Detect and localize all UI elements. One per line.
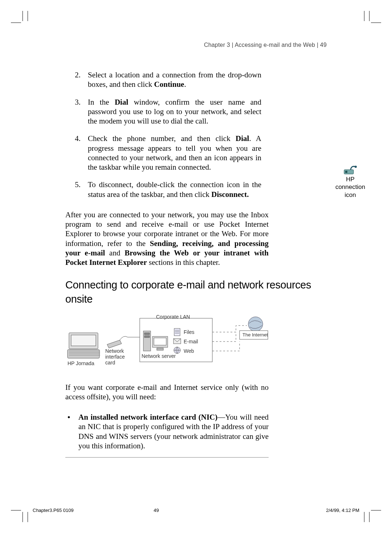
crop-mark-tr-inner: [367, 11, 381, 25]
page-footer: Chapter3.P65 0109 49 2/4/99, 4:12 PM: [33, 508, 359, 513]
footer-filename: Chapter3.P65 0109: [33, 508, 74, 513]
page-content: Chapter 3 | Accessing e-mail and the Web…: [65, 42, 327, 458]
bullet-dot: •: [65, 412, 78, 451]
bullet-text: An installed network interface card (NIC…: [78, 412, 269, 451]
network-diagram: Corporate LAN Files E-mail Web Network s…: [65, 315, 269, 375]
section-rule: [65, 457, 269, 458]
email-icon: [173, 339, 181, 344]
footer-page-number: 49: [154, 508, 159, 513]
step-number: 4.: [65, 134, 88, 172]
connection-icon: [343, 165, 357, 175]
diagram-label-email: E-mail: [184, 339, 198, 344]
diagram-label-lan: Corporate LAN: [156, 314, 190, 320]
step-text: To disconnect, double-click the connecti…: [88, 180, 261, 199]
svg-rect-15: [174, 328, 180, 336]
files-icon: [174, 328, 180, 336]
step-number: 2.: [65, 70, 88, 89]
crop-mark-bl-inner: [11, 508, 25, 522]
body-paragraph-1: After you are connected to your network,…: [65, 210, 269, 267]
crop-mark-tl-inner: [11, 11, 25, 25]
svg-rect-25: [345, 171, 347, 173]
step-text: Check the phone number, and then click D…: [88, 134, 261, 172]
diagram-label-files: Files: [184, 329, 195, 335]
svg-rect-10: [144, 333, 150, 335]
step-5: 5. To disconnect, double-click the conne…: [65, 180, 261, 199]
step-text: Select a location and a connection from …: [88, 70, 261, 89]
diagram-label-server: Network server: [142, 353, 176, 359]
globe-icon: [248, 317, 263, 331]
body-paragraph-2: If you want corporate e-mail and Interne…: [65, 383, 269, 402]
numbered-steps: 2. Select a location and a connection fr…: [65, 70, 261, 199]
server-icon: [143, 331, 168, 351]
step-number: 3.: [65, 97, 88, 126]
svg-rect-13: [154, 338, 166, 345]
diagram-label-web: Web: [184, 348, 194, 354]
bullet-nic: • An installed network interface card (N…: [65, 412, 269, 451]
svg-point-22: [248, 317, 263, 331]
step-4: 4. Check the phone number, and then clic…: [65, 134, 261, 172]
hp-jornada-icon: [68, 333, 100, 358]
side-icon-label: HP connection icon: [335, 176, 365, 198]
step-number: 5.: [65, 180, 88, 199]
section-heading: Connecting to corporate e-mail and netwo…: [65, 278, 327, 306]
running-head: Chapter 3 | Accessing e-mail and the Web…: [65, 42, 327, 48]
diagram-label-nic: Network interface card: [105, 348, 125, 366]
step-text: In the Dial window, confirm the user nam…: [88, 97, 261, 126]
svg-rect-1: [71, 335, 96, 346]
crop-mark-br-inner: [367, 508, 381, 522]
diagram-label-internet: The Internet: [242, 332, 268, 338]
svg-rect-11: [144, 336, 150, 338]
step-2: 2. Select a location and a connection fr…: [65, 70, 261, 89]
nic-icon: [107, 336, 128, 348]
step-3: 3. In the Dial window, confirm the user …: [65, 97, 261, 126]
bullet-list: • An installed network interface card (N…: [65, 412, 269, 451]
web-icon: [174, 347, 180, 354]
diagram-label-jornada: HP Jornada: [68, 360, 94, 366]
footer-timestamp: 2/4/99, 4:12 PM: [326, 508, 359, 513]
svg-rect-14: [157, 348, 163, 350]
hp-connection-icon-callout: HP connection icon: [330, 165, 370, 199]
svg-point-26: [355, 166, 357, 168]
